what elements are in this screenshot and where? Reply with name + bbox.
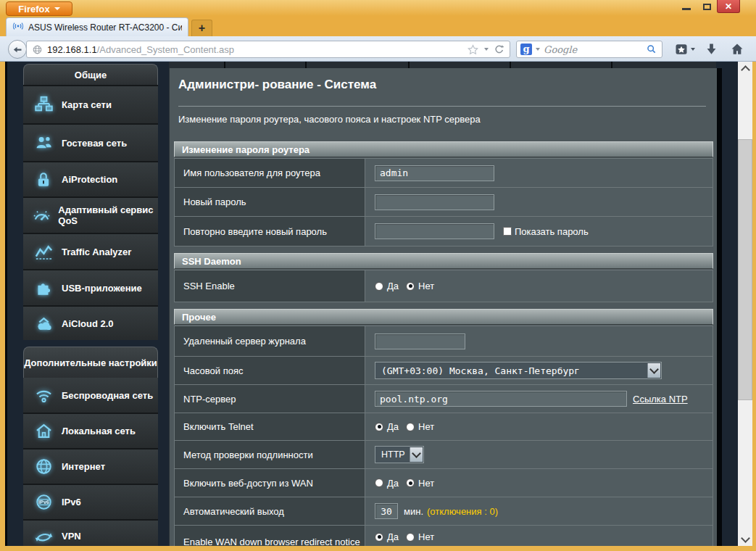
- scroll-up-button[interactable]: [738, 62, 752, 75]
- table-row: Удаленный сервер журнала: [175, 326, 713, 357]
- maximize-button[interactable]: [697, 0, 717, 13]
- new-password-input[interactable]: [375, 194, 494, 210]
- close-icon: ✕: [725, 2, 732, 11]
- redirect-yes-radio[interactable]: [375, 533, 383, 542]
- aiprotection-icon: [32, 170, 55, 189]
- downloads-button[interactable]: [702, 39, 720, 59]
- firefox-menu-button[interactable]: Firefox: [6, 1, 72, 16]
- home-button[interactable]: [728, 39, 747, 59]
- redirect-no-radio[interactable]: [406, 533, 415, 542]
- auth-method-label: Метод проверки подлинности: [175, 441, 365, 468]
- sidebar-header-general: Общие: [23, 64, 158, 85]
- auto-logout-label: Автоматический выход: [175, 497, 365, 525]
- new-tab-button[interactable]: +: [191, 20, 212, 36]
- vpn-icon: [32, 526, 55, 546]
- url-text: 192.168.1.1/Advanced_System_Content.asp: [47, 44, 462, 55]
- table-row: Повторно введите новый пароль Показать п…: [175, 217, 713, 246]
- sidebar-item-ipv6[interactable]: IPv6 IPv6: [23, 484, 158, 519]
- minimize-icon: [682, 8, 691, 10]
- minimize-button[interactable]: [676, 0, 697, 13]
- sidebar-item-wireless[interactable]: Беспроводная сеть: [23, 378, 158, 413]
- retype-password-label: Повторно введите новый пароль: [175, 217, 365, 246]
- svg-text:IPv6: IPv6: [38, 499, 49, 505]
- ntp-server-label: NTP-сервер: [175, 385, 365, 413]
- remote-log-label: Удаленный сервер журнала: [175, 326, 365, 356]
- search-bar[interactable]: g Google: [516, 41, 662, 58]
- wan-access-label: Включить веб-доступ из WAN: [175, 469, 365, 497]
- ntp-server-input[interactable]: pool.ntp.org: [375, 391, 627, 407]
- lan-home-icon: [32, 421, 55, 441]
- ssh-yes-radio[interactable]: [375, 282, 383, 291]
- traffic-analyzer-icon: [32, 242, 55, 262]
- sidebar-item-aicloud[interactable]: AiCloud 2.0: [23, 305, 158, 340]
- plus-icon: +: [199, 22, 205, 35]
- show-password-checkbox[interactable]: [503, 227, 512, 236]
- usb-app-icon: [32, 278, 55, 297]
- ntp-link[interactable]: Ссылка NTP: [633, 394, 688, 405]
- bookmark-star-icon[interactable]: [467, 44, 479, 56]
- sidebar-item-qos[interactable]: Адаптивный сервис QoS: [23, 196, 158, 233]
- google-logo-icon[interactable]: g: [520, 44, 532, 55]
- table-row: NTP-сервер pool.ntp.org Ссылка NTP: [175, 385, 713, 413]
- sidebar-item-usb-application[interactable]: USB-приложение: [23, 269, 158, 305]
- page-scrollbar[interactable]: [738, 62, 752, 546]
- username-label: Имя пользователя для роутера: [175, 159, 365, 187]
- url-bar[interactable]: 192.168.1.1/Advanced_System_Content.asp: [26, 41, 510, 58]
- scroll-down-button[interactable]: [738, 533, 752, 546]
- table-row: Включить Telnet Да Нет: [175, 413, 713, 441]
- sidebar-item-lan[interactable]: Локальная сеть: [23, 413, 158, 448]
- search-icon[interactable]: [646, 44, 657, 55]
- wireless-icon: [32, 386, 55, 405]
- ssh-no-radio[interactable]: [406, 282, 415, 291]
- sidebar-item-guest-network[interactable]: Гостевая сеть: [23, 123, 158, 161]
- reload-icon[interactable]: [494, 44, 505, 55]
- sidebar-item-internet[interactable]: Интернет: [23, 448, 158, 484]
- telnet-yes-radio[interactable]: [375, 423, 383, 431]
- firefox-menu-label: Firefox: [18, 4, 49, 14]
- router-username-input[interactable]: admin: [375, 165, 494, 181]
- select-arrow-icon[interactable]: [410, 447, 423, 462]
- wan-access-no-radio[interactable]: [406, 478, 415, 487]
- content-right-gap: [716, 68, 722, 546]
- qos-icon: [32, 206, 51, 225]
- retype-password-input[interactable]: [375, 223, 494, 239]
- table-row: Автоматический выход 30 мин. (отключения…: [175, 497, 713, 526]
- page-left-edge: [5, 62, 7, 546]
- back-arrow-icon: [12, 44, 23, 55]
- ssh-table: SSH Enable Да Нет: [174, 270, 713, 302]
- close-button[interactable]: ✕: [717, 0, 740, 13]
- auto-logout-unit: мин.: [404, 506, 423, 517]
- auto-logout-note: (отключения : 0): [427, 506, 498, 517]
- table-row: Имя пользователя для роутера admin: [175, 159, 713, 188]
- back-button[interactable]: [8, 40, 27, 59]
- telnet-no-radio[interactable]: [406, 423, 415, 431]
- wan-access-yes-radio[interactable]: [375, 478, 383, 487]
- guest-network-icon: [32, 133, 55, 153]
- table-row: Включить веб-доступ из WAN Да Нет: [175, 469, 713, 497]
- url-host: 192.168.1.1: [47, 44, 97, 55]
- scrollbar-thumb[interactable]: [738, 139, 752, 400]
- browser-tab[interactable]: ASUS Wireless Router RT-AC3200 - Сист...: [6, 17, 188, 36]
- home-icon: [730, 42, 744, 57]
- select-arrow-icon[interactable]: [647, 363, 660, 378]
- title-divider: [178, 106, 706, 107]
- url-dropdown-icon[interactable]: [484, 48, 489, 51]
- download-arrow-icon: [705, 42, 718, 56]
- table-row: Часовой пояс (GMT+03:00) Москва, Санкт-П…: [175, 357, 713, 385]
- sidebar-item-aiprotection[interactable]: AiProtection: [23, 161, 158, 196]
- sidebar-item-traffic-analyzer[interactable]: Traffic Analyzer: [23, 233, 158, 269]
- table-row: Новый пароль: [175, 188, 713, 217]
- auth-method-select[interactable]: HTTP: [375, 446, 424, 463]
- timezone-select[interactable]: (GMT+03:00) Москва, Санкт-Петербург: [375, 362, 662, 379]
- section-header-password: Изменение пароля роутера: [174, 141, 713, 157]
- remote-log-input[interactable]: [375, 334, 465, 349]
- show-bookmarks-button[interactable]: [670, 39, 699, 59]
- search-engine-dropdown-icon[interactable]: [536, 48, 540, 51]
- table-row: SSH Enable Да Нет: [175, 270, 713, 302]
- auto-logout-input[interactable]: 30: [375, 503, 398, 519]
- sidebar-item-network-map[interactable]: Карта сети: [23, 85, 158, 123]
- page-title: Администри- рование - Система: [178, 78, 376, 92]
- telnet-label: Включить Telnet: [175, 413, 365, 440]
- browser-window: Firefox ✕ ASUS Wireless Router RT-AC3200…: [0, 0, 756, 551]
- page-description: Изменение пароля роутера, часового пояса…: [178, 114, 481, 125]
